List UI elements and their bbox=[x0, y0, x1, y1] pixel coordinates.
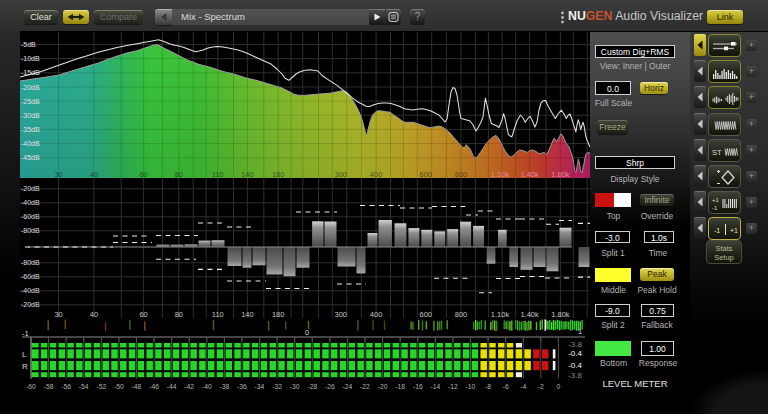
svg-text:30: 30 bbox=[54, 310, 62, 319]
svg-text:-24: -24 bbox=[342, 383, 352, 390]
svg-text:800: 800 bbox=[455, 170, 468, 179]
svg-text:-30dB: -30dB bbox=[21, 112, 40, 119]
svg-text:-40dB: -40dB bbox=[21, 140, 40, 147]
svg-text:-80dB: -80dB bbox=[21, 259, 40, 266]
svg-text:-34: -34 bbox=[255, 383, 265, 390]
svg-text:-60dB: -60dB bbox=[21, 273, 40, 280]
svg-text:-40: -40 bbox=[202, 383, 212, 390]
svg-text:-2: -2 bbox=[538, 383, 544, 390]
svg-text:-48: -48 bbox=[132, 383, 142, 390]
svg-text:-12: -12 bbox=[448, 383, 458, 390]
svg-text:-10dB: -10dB bbox=[21, 55, 40, 62]
svg-text:-45dB: -45dB bbox=[21, 154, 40, 161]
svg-text:-50: -50 bbox=[114, 383, 124, 390]
svg-text:-46: -46 bbox=[149, 383, 159, 390]
svg-text:0: 0 bbox=[557, 383, 561, 390]
svg-text:-18: -18 bbox=[395, 383, 405, 390]
svg-text:80: 80 bbox=[175, 170, 183, 179]
svg-text:1.10k: 1.10k bbox=[491, 170, 510, 179]
svg-text:-22: -22 bbox=[360, 383, 370, 390]
svg-text:R: R bbox=[22, 362, 28, 371]
svg-text:-28: -28 bbox=[307, 383, 317, 390]
svg-text:600: 600 bbox=[420, 310, 433, 319]
svg-text:-20: -20 bbox=[378, 383, 388, 390]
svg-text:-10: -10 bbox=[466, 383, 476, 390]
svg-text:-8: -8 bbox=[485, 383, 491, 390]
svg-text:180: 180 bbox=[272, 310, 285, 319]
svg-text:800: 800 bbox=[455, 310, 468, 319]
svg-text:-5dB: -5dB bbox=[21, 41, 36, 48]
svg-text:-60dB: -60dB bbox=[21, 213, 40, 220]
svg-text:-32: -32 bbox=[272, 383, 282, 390]
svg-text:40: 40 bbox=[90, 310, 98, 319]
svg-text:1: 1 bbox=[578, 327, 582, 336]
svg-text:-58: -58 bbox=[44, 383, 54, 390]
svg-text:-6: -6 bbox=[503, 383, 509, 390]
svg-text:0: 0 bbox=[305, 328, 309, 337]
svg-text:ST: ST bbox=[712, 148, 722, 157]
svg-text:-44: -44 bbox=[167, 383, 177, 390]
svg-text:600: 600 bbox=[420, 170, 433, 179]
svg-text:-40dB: -40dB bbox=[21, 199, 40, 206]
svg-text:-26: -26 bbox=[325, 383, 335, 390]
svg-text:-20dB: -20dB bbox=[21, 84, 40, 91]
svg-text:-1: -1 bbox=[712, 205, 718, 211]
svg-text:1.10k: 1.10k bbox=[491, 310, 510, 319]
svg-text:-80dB: -80dB bbox=[21, 227, 40, 234]
svg-text:1.80k: 1.80k bbox=[551, 310, 570, 319]
svg-text:30: 30 bbox=[54, 170, 62, 179]
svg-text:1.40k: 1.40k bbox=[520, 310, 539, 319]
svg-text:40: 40 bbox=[90, 170, 98, 179]
svg-text:400: 400 bbox=[370, 170, 383, 179]
svg-text:-14: -14 bbox=[430, 383, 440, 390]
svg-text:-60: -60 bbox=[26, 383, 36, 390]
svg-text:-40dB: -40dB bbox=[21, 287, 40, 294]
svg-text:140: 140 bbox=[241, 310, 254, 319]
svg-text:60: 60 bbox=[139, 170, 147, 179]
svg-text:400: 400 bbox=[370, 310, 383, 319]
svg-text:-54: -54 bbox=[79, 383, 89, 390]
svg-text:1.80k: 1.80k bbox=[551, 170, 570, 179]
svg-text:300: 300 bbox=[335, 170, 348, 179]
svg-text:-20dB: -20dB bbox=[21, 301, 40, 308]
svg-text:110: 110 bbox=[212, 310, 224, 319]
svg-text:+1: +1 bbox=[730, 227, 738, 234]
svg-text:-4: -4 bbox=[520, 383, 526, 390]
svg-text:1.40k: 1.40k bbox=[520, 170, 539, 179]
svg-text:300: 300 bbox=[335, 310, 348, 319]
svg-text:L: L bbox=[22, 350, 27, 359]
svg-text:-35dB: -35dB bbox=[21, 126, 40, 133]
svg-text:-30: -30 bbox=[290, 383, 300, 390]
svg-text:+1: +1 bbox=[712, 197, 720, 203]
svg-text:-16: -16 bbox=[413, 383, 423, 390]
svg-text:-36: -36 bbox=[237, 383, 247, 390]
svg-text:60: 60 bbox=[139, 310, 147, 319]
svg-text:110: 110 bbox=[212, 170, 224, 179]
svg-text:80: 80 bbox=[175, 310, 183, 319]
svg-text:-15dB: -15dB bbox=[21, 69, 40, 76]
svg-text:-38: -38 bbox=[219, 383, 229, 390]
svg-text:-52: -52 bbox=[96, 383, 106, 390]
svg-text:180: 180 bbox=[272, 170, 285, 179]
svg-text:-20dB: -20dB bbox=[21, 185, 40, 192]
svg-text:-1: -1 bbox=[714, 227, 720, 234]
svg-text:140: 140 bbox=[241, 170, 254, 179]
svg-text:-25dB: -25dB bbox=[21, 98, 40, 105]
svg-text:-56: -56 bbox=[61, 383, 71, 390]
svg-text:-42: -42 bbox=[184, 383, 194, 390]
